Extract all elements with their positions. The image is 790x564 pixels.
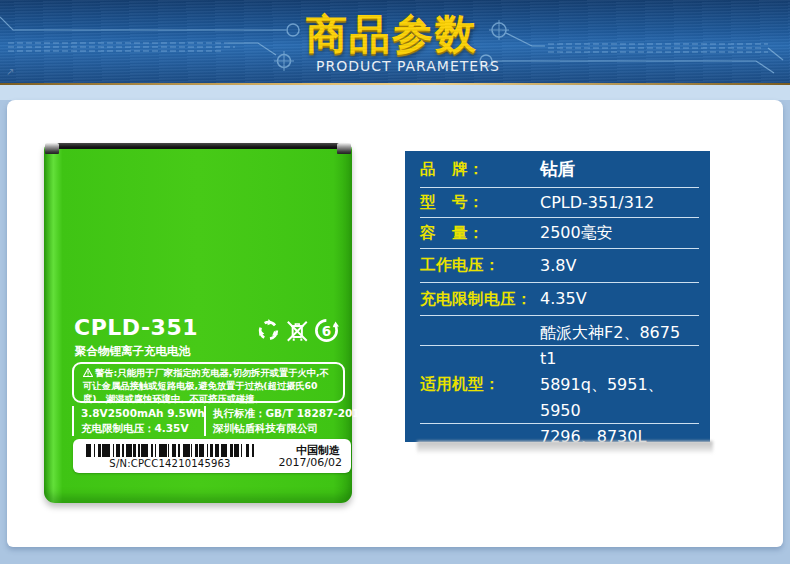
page-header: ↗ 商品参数 PRODUCT PARAMETERS (0, 0, 790, 85)
recycle-icon (256, 318, 281, 343)
warning-triangle-icon (83, 368, 93, 380)
param-label: 品 牌： (420, 159, 540, 180)
content-panel: CPLD-351 聚合物锂离子充电电池 (7, 100, 783, 547)
param-value: CPLD-351/312 (540, 190, 654, 216)
table-row: 工作电压：3.8V (420, 249, 699, 283)
param-label: 工作电压： (420, 255, 540, 276)
battery-product-image: CPLD-351 聚合物锂离子充电电池 (44, 143, 352, 503)
battery-spec-left: 3.8V2500mAh 9.5Wh 充电限制电压：4.35V (72, 406, 190, 436)
table-row: 充电限制电压：4.35V (420, 283, 699, 316)
header-bottom-strip (0, 85, 790, 100)
battery-warning-text: 警告:只能用于厂家指定的充电器,切勿拆开或置于火中,不可让金属品接触或短路电极,… (83, 367, 329, 404)
params-table: 品 牌：钻盾型 号：CPLD-351/312容 量：2500毫安工作电压：3.8… (405, 151, 710, 442)
battery-capacity-text: 3.8V2500mAh 9.5Wh (81, 406, 190, 421)
param-value: 2500毫安 (540, 220, 613, 246)
battery-model-text: CPLD-351 (74, 315, 198, 340)
table-row: 容 量：2500毫安 (420, 218, 699, 249)
table-row: 适用机型：酷派大神F2、8675 t1 5891q、5951、5950 7296… (420, 346, 699, 424)
battery-standard-text: 执行标准：GB/T 18287-2013 (213, 406, 367, 421)
table-shadow (417, 441, 713, 454)
battery-barcode-label: S/N:CPCC14210145963 中国制造 2017/06/02 (73, 439, 351, 473)
efup-6-icon: 6 (313, 317, 340, 344)
page-subtitle: PRODUCT PARAMETERS (316, 58, 500, 74)
param-value: 4.35V (540, 286, 587, 312)
crossed-bin-icon (284, 318, 310, 344)
table-row: 品 牌：钻盾 (420, 151, 699, 188)
barcode (86, 444, 254, 457)
param-label: 容 量： (420, 223, 540, 244)
battery-specs-row: 3.8V2500mAh 9.5Wh 充电限制电压：4.35V 执行标准：GB/T… (72, 406, 348, 436)
param-label: 适用机型： (420, 374, 540, 395)
serial-number-text: S/N:CPCC14210145963 (86, 458, 254, 469)
battery-contact-right (337, 143, 351, 154)
param-label: 型 号： (420, 192, 540, 213)
battery-type-text: 聚合物锂离子充电电池 (75, 344, 190, 359)
battery-charge-limit-text: 充电限制电压：4.35V (81, 421, 190, 436)
param-value: 酷派大神F2、8675 t1 5891q、5951、5950 7296、8730… (540, 320, 699, 450)
page-title: 商品参数 (306, 7, 478, 62)
params-table-rows: 品 牌：钻盾型 号：CPLD-351/312容 量：2500毫安工作电压：3.8… (405, 151, 710, 424)
battery-spec-right: 执行标准：GB/T 18287-2013 深圳钻盾科技有限公司 (204, 406, 367, 436)
param-value: 3.8V (540, 253, 576, 279)
battery-manufacturer-text: 深圳钻盾科技有限公司 (213, 421, 367, 436)
param-value: 钻盾 (540, 156, 575, 182)
manufacture-date-text: 2017/06/02 (279, 456, 342, 469)
battery-warning-box: 警告:只能用于厂家指定的充电器,切勿拆开或置于火中,不可让金属品接触或短路电极,… (72, 362, 345, 403)
battery-top-edge (54, 143, 342, 149)
battery-contact-left (45, 143, 59, 154)
table-row: 型 号：CPLD-351/312 (420, 188, 699, 218)
corner-arrow-icon: ↗ (6, 66, 14, 77)
efup-number: 6 (322, 323, 331, 339)
param-label: 充电限制电压： (420, 289, 540, 310)
